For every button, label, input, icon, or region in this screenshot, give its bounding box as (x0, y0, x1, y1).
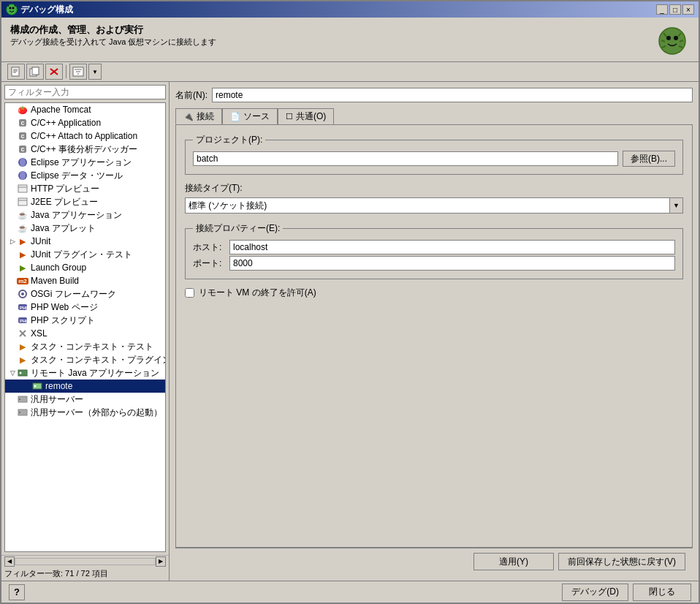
toolbar-separator (66, 65, 66, 78)
svg-rect-32 (18, 198, 27, 205)
list-item[interactable]: ☕ Java アプリケーション (5, 208, 165, 222)
h-scrollbar[interactable]: ◀ ▶ (1, 555, 169, 567)
list-item[interactable]: 汎用サーバー（外部からの起動） (5, 406, 165, 419)
new-icon (10, 67, 22, 77)
svg-text:PHP: PHP (20, 306, 28, 310)
maven-icon: m2 (17, 275, 28, 287)
debug-button[interactable]: デバッグ(D) (562, 584, 628, 601)
item-label: タスク・コンテキスト・プラグイン・テスト (31, 354, 166, 366)
svg-point-1 (9, 7, 12, 10)
expand-icon: ▽ (8, 369, 17, 377)
list-item[interactable]: c C/C++ 事後分析デバッガー (5, 143, 165, 156)
connection-props-legend: 接続プロパティー(E): (193, 222, 283, 235)
launch-icon: ▶ (17, 262, 28, 273)
tab-connect[interactable]: 🔌 接続 (175, 108, 222, 124)
eclipse-data-icon (17, 170, 28, 181)
new-config-button[interactable] (7, 64, 25, 80)
expand-icon (8, 250, 17, 259)
project-fieldset: プロジェクト(P): 参照(B)... (185, 134, 683, 175)
close-dialog-button[interactable]: 閉じる (633, 584, 691, 601)
filter-button[interactable] (69, 64, 87, 80)
allow-terminate-checkbox[interactable] (185, 288, 194, 298)
expand-icon (8, 118, 17, 127)
item-label: HTTP プレビュー (31, 183, 99, 195)
list-item[interactable]: ▽ リモート Java アプリケーション (5, 366, 165, 380)
scroll-right-button[interactable]: ▶ (156, 556, 166, 567)
task-plugin-icon: ▶ (17, 354, 28, 366)
close-button[interactable]: × (682, 4, 694, 15)
help-button[interactable]: ? (9, 584, 25, 600)
select-arrow-icon[interactable]: ▼ (670, 197, 683, 214)
port-input[interactable] (229, 256, 675, 271)
list-item[interactable]: OSGi フレームワーク (5, 287, 165, 301)
connection-type-select[interactable]: 標準 (ソケット接続) (185, 197, 670, 214)
list-item[interactable]: m2 Maven Build (5, 274, 165, 287)
expand-icon: ▷ (8, 237, 17, 246)
svg-point-2 (12, 7, 15, 10)
eclipse-icon (17, 156, 28, 168)
project-input[interactable] (193, 151, 618, 166)
svg-point-27 (20, 158, 26, 167)
item-label: remote (45, 381, 72, 391)
list-item[interactable]: 🍅 Apache Tomcat (5, 103, 165, 116)
list-item-selected[interactable]: remote (5, 380, 165, 393)
list-item[interactable]: ▶ JUnit プラグイン・テスト (5, 248, 165, 261)
list-item[interactable]: ▷ ▶ JUnit (5, 235, 165, 248)
item-label: Launch Group (31, 263, 86, 273)
list-item[interactable]: XSL (5, 327, 165, 340)
copy-config-button[interactable] (26, 64, 44, 80)
tree-container[interactable]: 🍅 Apache Tomcat c C/C++ Application c C/… (4, 102, 166, 552)
tab-source[interactable]: 📄 ソース (222, 108, 278, 124)
server-ext-icon (17, 407, 28, 418)
host-input[interactable] (229, 240, 675, 254)
delete-config-button[interactable] (45, 64, 63, 80)
http-icon (17, 183, 28, 195)
item-label: Maven Build (31, 276, 79, 286)
list-item[interactable]: HTTP プレビュー (5, 182, 165, 195)
expand-icon (8, 211, 17, 219)
list-item[interactable]: PHP PHP スクリプト (5, 314, 165, 327)
host-label: ホスト: (193, 239, 229, 255)
list-item[interactable]: ▶ タスク・コンテキスト・プラグイン・テスト (5, 353, 165, 366)
list-item[interactable]: c C/C++ Attach to Application (5, 129, 165, 143)
name-label: 名前(N): (175, 89, 208, 102)
list-item[interactable]: Eclipse データ・ツール (5, 169, 165, 182)
list-item[interactable]: PHP PHP Web ページ (5, 301, 165, 314)
item-label: Apache Tomcat (31, 105, 91, 115)
apply-button[interactable]: 適用(Y) (473, 553, 554, 570)
maximize-button[interactable]: □ (669, 4, 681, 15)
item-label: 汎用サーバー（外部からの起動） (31, 407, 162, 419)
expand-icon (8, 355, 17, 364)
expand-icon (8, 316, 17, 325)
host-row: ホスト: (193, 239, 675, 255)
list-item[interactable]: 汎用サーバー (5, 393, 165, 406)
filter-count: フィルター一致: 71 / 72 項目 (1, 567, 169, 581)
filter-input-container (1, 82, 169, 102)
list-item[interactable]: c C/C++ Application (5, 116, 165, 129)
list-item[interactable]: ▶ タスク・コンテキスト・テスト (5, 340, 165, 353)
remote-group-icon (17, 367, 28, 379)
minimize-button[interactable]: _ (656, 4, 668, 15)
item-label: C/C++ Application (31, 118, 101, 128)
java-applet-icon: ☕ (17, 222, 28, 234)
tab-common[interactable]: ☐ 共通(O) (278, 108, 334, 124)
item-label: 汎用サーバー (31, 393, 83, 406)
browse-button[interactable]: 参照(B)... (623, 151, 675, 167)
list-item[interactable]: J2EE プレビュー (5, 195, 165, 208)
filter-input[interactable] (4, 85, 166, 99)
item-label: Java アプリケーション (31, 209, 122, 222)
content-area: 🍅 Apache Tomcat c C/C++ Application c C/… (1, 82, 699, 581)
name-input[interactable] (212, 88, 693, 102)
revert-button[interactable]: 前回保存した状態に戻す(V) (558, 553, 685, 570)
list-item[interactable]: ▶ Launch Group (5, 261, 165, 274)
expand-icon (8, 342, 17, 351)
scroll-left-button[interactable]: ◀ (4, 556, 15, 567)
list-item[interactable]: Eclipse アプリケーション (5, 156, 165, 169)
scroll-track[interactable] (15, 558, 156, 565)
toolbar: ▼ (1, 61, 699, 82)
connection-type-label: 接続タイプ(T): (185, 182, 683, 195)
name-row: 名前(N): (175, 88, 693, 102)
dropdown-button[interactable]: ▼ (88, 64, 102, 80)
list-item[interactable]: ☕ Java アプレット (5, 222, 165, 235)
expand-icon (8, 290, 17, 298)
